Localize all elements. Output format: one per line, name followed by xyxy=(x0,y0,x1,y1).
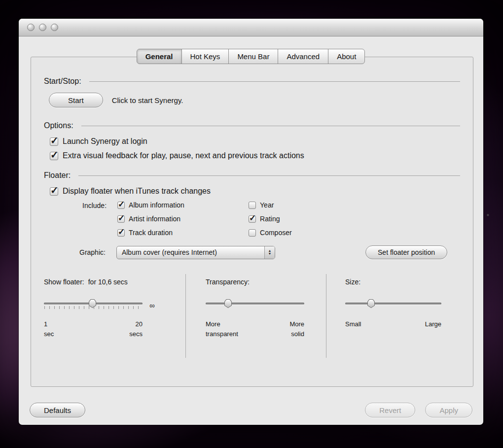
include-label: Include: xyxy=(82,202,107,242)
tab-hot-keys[interactable]: Hot Keys xyxy=(181,49,229,64)
revert-button[interactable]: Revert xyxy=(365,403,415,417)
album-information-checkbox[interactable] xyxy=(117,202,125,209)
divider-line xyxy=(81,126,460,126)
options-section-header: Options: xyxy=(44,121,460,130)
composer-label: Composer xyxy=(260,229,292,237)
tab-general[interactable]: General xyxy=(137,49,182,64)
start-hint-text: Click to start Synergy. xyxy=(112,96,183,104)
include-column-right: Year Rating Composer xyxy=(249,201,292,242)
track-duration-checkbox[interactable] xyxy=(117,229,125,237)
transparency-range-labels: More transparent More solid xyxy=(206,319,304,339)
composer-checkbox[interactable] xyxy=(249,229,256,237)
max-label: More solid xyxy=(289,319,304,339)
size-slider-thumb[interactable] xyxy=(367,299,375,308)
year-row: Year xyxy=(249,201,292,209)
rating-row: Rating xyxy=(249,215,292,223)
track-duration-row: Track duration xyxy=(117,229,231,237)
minimize-button[interactable] xyxy=(39,24,46,31)
transparency-slider[interactable] xyxy=(206,299,304,311)
close-button[interactable] xyxy=(27,24,35,31)
divider-line xyxy=(78,175,460,176)
show-floater-heading: Show floater:for 10,6 secs xyxy=(44,278,185,286)
tab-menu-bar[interactable]: Menu Bar xyxy=(228,49,278,64)
transparency-group: Transparency: More transparent xyxy=(185,274,326,358)
min-label: More transparent xyxy=(206,319,238,339)
year-checkbox[interactable] xyxy=(249,202,256,209)
display-floater-label: Display floater when iTunes track change… xyxy=(63,187,211,196)
show-floater-range-labels: 1 sec 20 secs xyxy=(44,319,143,339)
artist-information-row: Artist information xyxy=(117,215,231,223)
extra-feedback-checkbox[interactable] xyxy=(50,152,58,160)
start-stop-heading: Start/Stop: xyxy=(44,77,81,86)
display-floater-row: Display floater when iTunes track change… xyxy=(50,187,460,196)
size-group: Size: Small Large xyxy=(326,274,473,358)
zoom-button[interactable] xyxy=(51,24,58,31)
size-slider-row xyxy=(345,299,473,311)
synergy-preferences-window: General Hot Keys Menu Bar Advanced About… xyxy=(19,19,483,425)
min-label: Small xyxy=(345,319,361,329)
show-floater-label: Show floater: xyxy=(44,278,84,286)
graphic-label: Graphic: xyxy=(79,248,106,256)
rating-checkbox[interactable] xyxy=(249,215,256,223)
tab-bar: General Hot Keys Menu Bar Advanced About xyxy=(19,49,483,64)
album-information-label: Album information xyxy=(129,201,184,209)
show-floater-slider[interactable] xyxy=(44,299,143,311)
max-label: Large xyxy=(425,319,441,329)
display-floater-checkbox[interactable] xyxy=(50,187,58,196)
set-floater-position-button[interactable]: Set floater position xyxy=(365,245,447,259)
size-range-labels: Small Large xyxy=(345,319,441,329)
traffic-lights xyxy=(27,24,58,31)
defaults-button[interactable]: Defaults xyxy=(30,403,85,417)
year-label: Year xyxy=(260,201,274,209)
show-floater-group: Show floater:for 10,6 secs ∞ 1 s xyxy=(31,274,185,358)
options-heading: Options: xyxy=(44,121,73,130)
start-button[interactable]: Start xyxy=(49,93,103,107)
artist-information-label: Artist information xyxy=(129,215,180,223)
divider-line xyxy=(89,81,460,82)
apply-button[interactable]: Apply xyxy=(425,403,472,417)
min-label: 1 sec xyxy=(44,319,54,339)
max-label: 20 secs xyxy=(129,319,143,339)
graphic-popup-menu[interactable]: Album cover (requires Internet) ▲▼ xyxy=(116,246,275,259)
graphic-row: Graphic: Album cover (requires Internet)… xyxy=(79,245,460,259)
include-column-left: Album information Artist information Tra… xyxy=(117,201,231,242)
footer-buttons: Defaults Revert Apply xyxy=(30,403,472,417)
floater-heading: Floater: xyxy=(44,171,71,180)
track-duration-label: Track duration xyxy=(129,229,173,237)
floater-section-header: Floater: xyxy=(44,171,460,180)
launch-at-login-label: Launch Synergy at login xyxy=(63,137,147,146)
desktop-wallpaper: General Hot Keys Menu Bar Advanced About… xyxy=(0,0,503,448)
launch-at-login-checkbox[interactable] xyxy=(50,138,58,146)
launch-at-login-row: Launch Synergy at login xyxy=(50,137,460,146)
composer-row: Composer xyxy=(249,229,292,237)
slider-track[interactable] xyxy=(206,303,304,305)
show-floater-value: for 10,6 secs xyxy=(88,278,128,286)
album-information-row: Album information xyxy=(117,201,231,209)
infinity-label: ∞ xyxy=(149,301,155,310)
transparency-slider-row xyxy=(206,299,326,311)
popup-stepper-icon: ▲▼ xyxy=(264,246,275,259)
include-row: Include: Album information Artist inform… xyxy=(82,201,460,242)
size-slider[interactable] xyxy=(345,299,441,311)
graphic-popup-value: Album cover (requires Internet) xyxy=(117,248,264,256)
tab-advanced[interactable]: Advanced xyxy=(278,49,328,64)
content-pane: Start/Stop: Start Click to start Synergy… xyxy=(31,57,473,387)
start-stop-section-header: Start/Stop: xyxy=(44,77,460,86)
extra-feedback-row: Extra visual feedback for play, pause, n… xyxy=(50,151,460,160)
start-row: Start Click to start Synergy. xyxy=(49,93,460,107)
show-floater-slider-row: ∞ xyxy=(44,299,185,311)
artist-information-checkbox[interactable] xyxy=(117,215,125,223)
extra-feedback-label: Extra visual feedback for play, pause, n… xyxy=(63,151,304,160)
slider-tick-marks xyxy=(44,306,143,309)
sliders-section: Show floater:for 10,6 secs ∞ 1 s xyxy=(31,274,473,358)
size-heading: Size: xyxy=(345,278,473,286)
window-titlebar[interactable] xyxy=(19,19,483,36)
slider-track[interactable] xyxy=(345,303,441,305)
tab-about[interactable]: About xyxy=(328,49,365,64)
transparency-heading: Transparency: xyxy=(206,278,326,286)
transparency-slider-thumb[interactable] xyxy=(224,299,232,308)
rating-label: Rating xyxy=(260,215,280,223)
